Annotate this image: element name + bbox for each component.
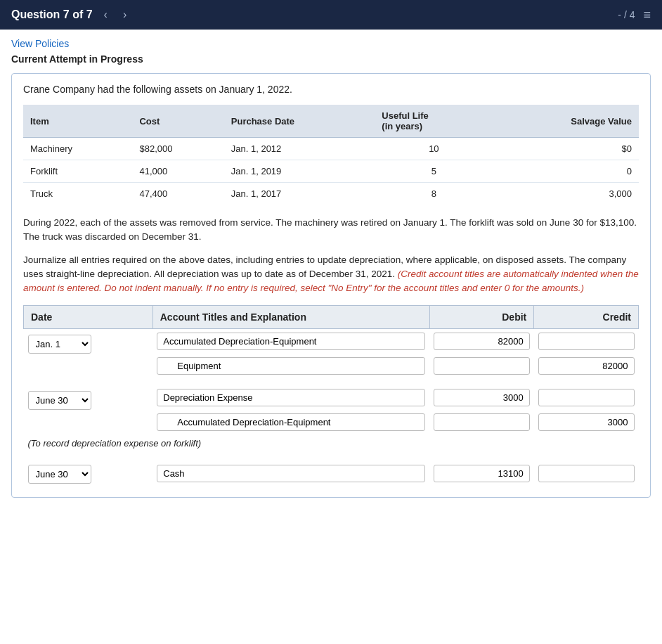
instruction-text: Journalize all entries required on the a… bbox=[23, 253, 639, 296]
item-truck: Truck bbox=[23, 183, 132, 205]
journal-header-account: Account Titles and Explanation bbox=[152, 306, 429, 329]
score-display: - / 4 bbox=[618, 9, 635, 20]
entry2-credit1-input[interactable] bbox=[538, 389, 635, 406]
col-header-item: Item bbox=[23, 105, 132, 138]
salvage-machinery: $0 bbox=[493, 138, 639, 160]
entry3-debit1-input[interactable] bbox=[434, 465, 530, 482]
entry1-date-cell: Jan. 1 June 30 Dec. 31 No Entry bbox=[24, 329, 153, 379]
cost-machinery: $82,000 bbox=[132, 138, 223, 160]
cost-forklift: 41,000 bbox=[132, 160, 223, 183]
entry3-date-select[interactable]: Jan. 1 June 30 Dec. 31 No Entry bbox=[28, 465, 91, 484]
entry2-note-row: (To record depreciation expense on forkl… bbox=[24, 434, 639, 452]
entry2-account2-cell bbox=[152, 410, 429, 434]
entry1-credit1-input[interactable] bbox=[538, 333, 635, 350]
assets-table: Item Cost Purchase Date Useful Life(in y… bbox=[23, 105, 639, 205]
entry1-account1-cell bbox=[152, 329, 429, 354]
entry1-debit1-cell bbox=[429, 329, 534, 354]
item-forklift: Forklift bbox=[23, 160, 132, 183]
entry3-date-cell: Jan. 1 June 30 Dec. 31 No Entry bbox=[24, 459, 153, 487]
entry2-date-cell: Jan. 1 June 30 Dec. 31 No Entry bbox=[24, 385, 153, 434]
entry2-note: (To record depreciation expense on forkl… bbox=[24, 434, 639, 452]
col-header-cost: Cost bbox=[132, 105, 223, 138]
entry1-debit2-cell bbox=[429, 354, 534, 378]
col-header-useful-life: Useful Life(in years) bbox=[375, 105, 493, 138]
table-row: Forklift 41,000 Jan. 1, 2019 5 0 bbox=[23, 160, 639, 183]
life-machinery: 10 bbox=[375, 138, 493, 160]
entry3-account1-cell bbox=[152, 459, 429, 487]
entry1-credit2-input[interactable] bbox=[538, 357, 635, 375]
entry2-credit2-cell bbox=[534, 410, 639, 434]
journal-entry-2-row-1: Jan. 1 June 30 Dec. 31 No Entry bbox=[24, 385, 639, 410]
date-machinery: Jan. 1, 2012 bbox=[224, 138, 375, 160]
entry1-debit1-input[interactable] bbox=[434, 333, 530, 350]
entry2-account1-cell bbox=[152, 385, 429, 410]
top-bar: Question 7 of 7 ‹ › - / 4 ≡ bbox=[0, 0, 662, 30]
date-truck: Jan. 1, 2017 bbox=[224, 183, 375, 205]
prev-button[interactable]: ‹ bbox=[100, 7, 112, 22]
entry1-account2-input[interactable] bbox=[157, 357, 425, 375]
entry3-account1-input[interactable] bbox=[157, 465, 425, 482]
journal-entry-1-row-1: Jan. 1 June 30 Dec. 31 No Entry bbox=[24, 329, 639, 354]
question-box: Crane Company had the following assets o… bbox=[11, 73, 651, 498]
entry2-debit2-cell bbox=[429, 410, 534, 434]
entry2-credit1-cell bbox=[534, 385, 639, 410]
salvage-truck: 3,000 bbox=[493, 183, 639, 205]
entry2-debit2-input[interactable] bbox=[434, 413, 530, 431]
entry2-account2-input[interactable] bbox=[157, 413, 425, 431]
table-row: Machinery $82,000 Jan. 1, 2012 10 $0 bbox=[23, 138, 639, 160]
entry2-credit2-input[interactable] bbox=[538, 413, 635, 431]
list-icon[interactable]: ≡ bbox=[643, 8, 651, 22]
life-truck: 8 bbox=[375, 183, 493, 205]
salvage-forklift: 0 bbox=[493, 160, 639, 183]
item-machinery: Machinery bbox=[23, 138, 132, 160]
description-text: During 2022, each of the assets was remo… bbox=[23, 216, 639, 245]
entry3-credit1-input[interactable] bbox=[538, 465, 635, 482]
entry1-debit2-input[interactable] bbox=[434, 357, 530, 375]
current-attempt-label: Current Attempt in Progress bbox=[11, 53, 651, 65]
entry1-credit1-cell bbox=[534, 329, 639, 354]
col-header-salvage-value: Salvage Value bbox=[493, 105, 639, 138]
spacer-row-1 bbox=[24, 378, 639, 385]
entry2-account1-input[interactable] bbox=[157, 389, 425, 406]
top-bar-right: - / 4 ≡ bbox=[618, 8, 651, 22]
main-content: View Policies Current Attempt in Progres… bbox=[0, 30, 662, 516]
entry2-debit1-cell bbox=[429, 385, 534, 410]
journal-header-debit: Debit bbox=[429, 306, 534, 329]
view-policies-link[interactable]: View Policies bbox=[11, 38, 69, 49]
col-header-purchase-date: Purchase Date bbox=[224, 105, 375, 138]
question-intro: Crane Company had the following assets o… bbox=[23, 84, 639, 95]
entry1-account2-cell bbox=[152, 354, 429, 378]
entry3-debit1-cell bbox=[429, 459, 534, 487]
table-row: Truck 47,400 Jan. 1, 2017 8 3,000 bbox=[23, 183, 639, 205]
top-bar-left: Question 7 of 7 ‹ › bbox=[11, 7, 131, 22]
life-forklift: 5 bbox=[375, 160, 493, 183]
question-title: Question 7 of 7 bbox=[11, 8, 93, 21]
entry1-date-select[interactable]: Jan. 1 June 30 Dec. 31 No Entry bbox=[28, 335, 91, 354]
spacer-row-2 bbox=[24, 452, 639, 459]
entry2-date-select[interactable]: Jan. 1 June 30 Dec. 31 No Entry bbox=[28, 391, 91, 410]
next-button[interactable]: › bbox=[119, 7, 131, 22]
journal-entry-3-row-1: Jan. 1 June 30 Dec. 31 No Entry bbox=[24, 459, 639, 487]
cost-truck: 47,400 bbox=[132, 183, 223, 205]
entry2-debit1-input[interactable] bbox=[434, 389, 530, 406]
date-forklift: Jan. 1, 2019 bbox=[224, 160, 375, 183]
entry3-credit1-cell bbox=[534, 459, 639, 487]
journal-header-credit: Credit bbox=[534, 306, 639, 329]
journal-table: Date Account Titles and Explanation Debi… bbox=[23, 305, 639, 487]
journal-header-date: Date bbox=[24, 306, 153, 329]
entry1-account1-input[interactable] bbox=[157, 333, 425, 350]
entry1-credit2-cell bbox=[534, 354, 639, 378]
